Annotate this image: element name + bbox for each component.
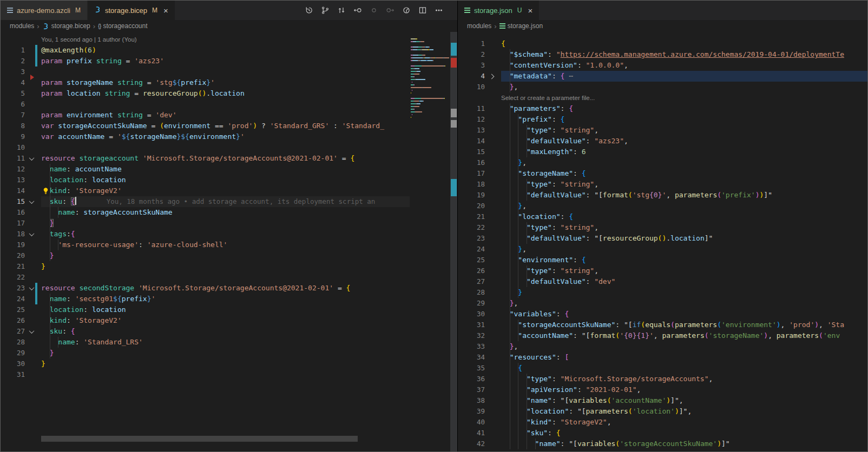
codelens-parameter-file[interactable]: Select or create a parameter file... <box>458 92 867 103</box>
code-line-34[interactable]: 34 "resources": [ <box>458 352 867 363</box>
breadcrumb-item-storageaccount[interactable]: {}storageaccount <box>98 22 147 30</box>
next-change-icon[interactable] <box>385 6 394 15</box>
code-line-5[interactable]: 5param location string = resourceGroup()… <box>1 88 410 99</box>
code-line-22[interactable]: 22 <box>1 272 410 283</box>
code-line-10[interactable]: 10 <box>1 142 410 153</box>
code-line-42[interactable]: 42 "name": "[variables('storageAccountSk… <box>458 438 867 449</box>
code-line-4[interactable]: 4 "metadata": { ⋯ <box>458 71 867 82</box>
history-icon[interactable] <box>304 6 313 15</box>
compare-changes-icon[interactable] <box>337 6 346 15</box>
json-editor[interactable]: 1{2 "$schema": "https://schema.managemen… <box>458 32 867 451</box>
code-line-4[interactable]: 4param storageName string = 'stg${prefix… <box>1 77 410 88</box>
code-line-24[interactable]: 24 }, <box>458 244 867 255</box>
code-line-18[interactable]: 18 tags:{ <box>1 229 410 240</box>
breadcrumb-item-modules[interactable]: modules <box>467 22 491 30</box>
more-actions-icon[interactable] <box>434 6 443 15</box>
code-line-39[interactable]: 39 "location": "[parameters('location')]… <box>458 406 867 417</box>
breadcrumb-item-storage.json[interactable]: storage.json <box>499 22 543 30</box>
code-line-26[interactable]: 26 kind: 'StorageV2' <box>1 315 410 326</box>
lightbulb-icon[interactable] <box>42 187 49 196</box>
code-line-11[interactable]: 11 "parameters": { <box>458 103 867 114</box>
code-line-18[interactable]: 18 "type": "string", <box>458 179 867 190</box>
code-line-27[interactable]: 27 sku: { <box>1 326 410 337</box>
code-line-16[interactable]: 16 name: storageAccountSkuName <box>1 207 410 218</box>
code-line-26[interactable]: 26 "type": "string", <box>458 265 867 276</box>
breadcrumb-item-storage.bicep[interactable]: storage.bicep <box>42 22 90 30</box>
change-indicator-icon[interactable] <box>369 6 378 15</box>
code-line-14[interactable]: 14 "defaultValue": "azs23", <box>458 136 867 147</box>
code-line-29[interactable]: 29 }, <box>458 298 867 309</box>
code-line-19[interactable]: 19 'ms-resource-usage': 'azure-cloud-she… <box>1 240 410 250</box>
indent-guide <box>50 185 50 196</box>
code-line-2[interactable]: 2param prefix string = 'azs23' <box>1 56 410 67</box>
fold-chevron-icon[interactable] <box>25 196 38 207</box>
code-line-28[interactable]: 28 name: 'Standard_LRS' <box>1 337 410 348</box>
code-line-12[interactable]: 12 name: accountName <box>1 164 410 175</box>
code-line-6[interactable]: 6 <box>1 99 410 110</box>
code-line-35[interactable]: 35 { <box>458 363 867 374</box>
code-line-7[interactable]: 7param environment string = 'dev' <box>1 110 410 121</box>
code-line-25[interactable]: 25 "environment": { <box>458 255 867 265</box>
code-line-23[interactable]: 23resource secondStorage 'Microsoft.Stor… <box>1 283 410 294</box>
code-line-15[interactable]: 15 "maxLength": 6 <box>458 147 867 157</box>
horizontal-scrollbar[interactable] <box>41 436 358 442</box>
fold-chevron-icon[interactable] <box>25 326 38 337</box>
code-line-21[interactable]: 21} <box>1 261 410 272</box>
code-line-13[interactable]: 13 "type": "string", <box>458 125 867 136</box>
bicep-editor[interactable]: You, 1 second ago | 1 author (You)1@maxL… <box>1 32 457 451</box>
code-line-10[interactable]: 10 }, <box>458 82 867 92</box>
code-line-11[interactable]: 11resource storageaccount 'Microsoft.Sto… <box>1 153 410 164</box>
split-editor-icon[interactable] <box>418 6 427 15</box>
code-line-31[interactable]: 31 "storageAccountSkuName": "[if(equals(… <box>458 320 867 330</box>
code-line-30[interactable]: 30} <box>1 358 410 369</box>
fold-chevron-icon[interactable] <box>485 71 498 82</box>
previous-change-icon[interactable] <box>353 6 362 15</box>
code-line-15[interactable]: 15 sku: {You, 18 months ago • add storag… <box>1 196 410 207</box>
code-line-29[interactable]: 29 } <box>1 348 410 358</box>
code-line-36[interactable]: 36 "type": "Microsoft.Storage/storageAcc… <box>458 374 867 384</box>
minimap[interactable] <box>411 38 450 122</box>
code-line-8[interactable]: 8var storageAccountSkuName = (environmen… <box>1 121 410 131</box>
code-line-20[interactable]: 20 } <box>1 250 410 261</box>
overview-ruler[interactable] <box>450 32 457 451</box>
code-line-19[interactable]: 19 "defaultValue": "[format('stg{0}', pa… <box>458 190 867 201</box>
fold-chevron-icon[interactable] <box>25 229 38 240</box>
code-line-41[interactable]: 41 "sku": { <box>458 428 867 438</box>
code-line-3[interactable]: 3 <box>1 67 410 77</box>
code-line-24[interactable]: 24 name: 'secstg01${prefix}' <box>1 294 410 304</box>
code-line-23[interactable]: 23 "defaultValue": "[resourceGroup().loc… <box>458 233 867 244</box>
code-line-25[interactable]: 25 location: location <box>1 304 410 315</box>
open-changes-icon[interactable] <box>402 6 411 15</box>
code-line-21[interactable]: 21 "location": { <box>458 211 867 222</box>
code-line-30[interactable]: 30 "variables": { <box>458 309 867 320</box>
tab-azure-demo.azcli[interactable]: azure-demo.azcliM <box>1 1 88 20</box>
close-icon[interactable]: × <box>163 6 168 15</box>
code-line-1[interactable]: 1@maxLength(6) <box>1 45 410 56</box>
close-icon[interactable]: × <box>528 6 533 15</box>
code-line-17[interactable]: 17 "storageName": { <box>458 168 867 179</box>
tab-storage.json[interactable]: storage.jsonU× <box>458 1 540 20</box>
code-line-3[interactable]: 3 "contentVersion": "1.0.0.0", <box>458 60 867 71</box>
code-line-9[interactable]: 9var accountName = '${storageName}${envi… <box>1 131 410 142</box>
code-line-38[interactable]: 38 "name": "[variables('accountName')]", <box>458 395 867 406</box>
source-branch-icon[interactable] <box>320 6 330 15</box>
code-line-1[interactable]: 1{ <box>458 38 867 49</box>
code-line-28[interactable]: 28 } <box>458 287 867 298</box>
fold-chevron-icon[interactable] <box>25 153 38 164</box>
code-line-2[interactable]: 2 "$schema": "https://schema.management.… <box>458 49 867 60</box>
code-line-17[interactable]: 17 } <box>1 218 410 229</box>
code-line-40[interactable]: 40 "kind": "StorageV2", <box>458 417 867 428</box>
code-line-27[interactable]: 27 "defaultValue": "dev" <box>458 276 867 287</box>
code-line-31[interactable]: 31 <box>1 369 410 380</box>
code-line-14[interactable]: 14 kind: 'StorageV2' <box>1 185 410 196</box>
tab-storage.bicep[interactable]: storage.bicepM× <box>88 1 175 20</box>
code-line-37[interactable]: 37 "apiVersion": "2021-02-01", <box>458 384 867 395</box>
code-line-16[interactable]: 16 }, <box>458 157 867 168</box>
code-line-12[interactable]: 12 "prefix": { <box>458 114 867 125</box>
code-line-32[interactable]: 32 "accountName": "[format('{0}{1}', par… <box>458 330 867 341</box>
code-line-22[interactable]: 22 "type": "string", <box>458 222 867 233</box>
code-line-33[interactable]: 33 }, <box>458 341 867 352</box>
code-line-13[interactable]: 13 location: location <box>1 175 410 185</box>
breadcrumb-item-modules[interactable]: modules <box>10 22 34 30</box>
code-line-20[interactable]: 20 }, <box>458 201 867 211</box>
